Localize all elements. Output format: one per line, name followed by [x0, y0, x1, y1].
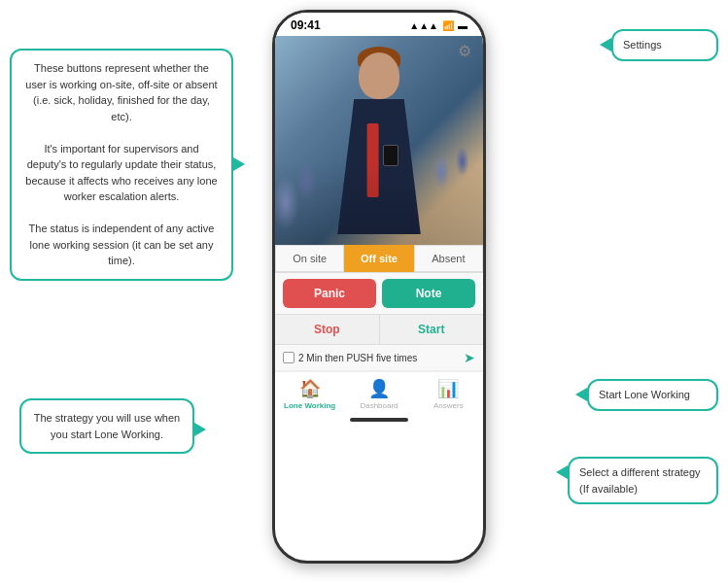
- action-buttons-row: Panic Note: [275, 273, 483, 314]
- dashboard-icon: 👤: [368, 378, 390, 399]
- start-lone-arrow-left: [575, 388, 587, 401]
- note-button[interactable]: Note: [382, 279, 475, 308]
- strategy-checkbox[interactable]: [283, 352, 295, 363]
- nav-item-lone-working[interactable]: 🏠 Lone Working: [275, 378, 344, 410]
- select-strategy-text: Select a different strategy (If availabl…: [579, 466, 701, 495]
- battery-icon: ▬: [458, 20, 468, 31]
- start-lone-working-annotation-bubble: Start Lone Working: [587, 379, 718, 411]
- status-bar: 09:41 ▲▲▲ 📶 ▬: [275, 13, 483, 36]
- phone-screen: 09:41 ▲▲▲ 📶 ▬ ⚙ On site: [272, 10, 486, 564]
- tab-on-site[interactable]: On site: [275, 245, 344, 272]
- status-time: 09:41: [291, 18, 321, 32]
- strategy-annotation-bubble: The strategy you will use when you start…: [19, 398, 194, 454]
- answers-icon: 📊: [437, 378, 459, 399]
- strategy-row[interactable]: 2 Min then PUSH five times ➤: [275, 345, 483, 371]
- strategy-navigate-icon[interactable]: ➤: [464, 350, 475, 365]
- crowd-overlay: [275, 161, 483, 245]
- signal-icon: ▲▲▲: [409, 20, 438, 31]
- settings-arrow-left: [600, 38, 611, 51]
- nav-item-dashboard[interactable]: 👤 Dashboard: [344, 378, 413, 410]
- status-tabs-row: On site Off site Absent: [275, 245, 483, 273]
- nav-item-answers[interactable]: 📊 Answers: [414, 378, 483, 410]
- settings-annotation-text: Settings: [623, 39, 662, 51]
- left-annotation-text: These buttons represent whether the user…: [25, 62, 217, 266]
- start-lone-working-text: Start Lone Working: [599, 389, 690, 400]
- person-head: [359, 52, 399, 99]
- nav-label-answers: Answers: [433, 401, 464, 410]
- select-strategy-annotation-bubble: Select a different strategy (If availabl…: [568, 457, 718, 504]
- strategy-arrow-right: [194, 423, 206, 436]
- settings-gear-icon[interactable]: ⚙: [458, 42, 471, 60]
- phone-mockup: 09:41 ▲▲▲ 📶 ▬ ⚙ On site: [272, 10, 486, 564]
- select-strategy-arrow-left: [556, 465, 568, 479]
- stop-start-row: Stop Start: [275, 314, 483, 345]
- bottom-nav: 🏠 Lone Working 👤 Dashboard 📊 Answers: [275, 371, 483, 414]
- panic-button[interactable]: Panic: [283, 279, 376, 308]
- home-indicator: [350, 418, 408, 422]
- wifi-icon: 📶: [442, 20, 454, 31]
- tab-absent[interactable]: Absent: [414, 245, 483, 272]
- nav-label-lone-working: Lone Working: [284, 401, 335, 410]
- hero-image: [275, 36, 483, 245]
- start-button[interactable]: Start: [380, 315, 484, 344]
- nav-label-dashboard: Dashboard: [360, 401, 398, 410]
- left-annotation-bubble: These buttons represent whether the user…: [10, 49, 233, 281]
- settings-annotation-bubble: Settings: [611, 29, 718, 61]
- stop-button[interactable]: Stop: [275, 315, 380, 344]
- tab-off-site[interactable]: Off site: [344, 245, 413, 272]
- bubble-arrow-right: [233, 157, 245, 171]
- lone-working-icon: 🏠: [299, 378, 321, 399]
- strategy-label: 2 Min then PUSH five times: [298, 353, 460, 363]
- strategy-annotation-text: The strategy you will use when you start…: [34, 412, 180, 440]
- status-icons: ▲▲▲ 📶 ▬: [409, 20, 468, 31]
